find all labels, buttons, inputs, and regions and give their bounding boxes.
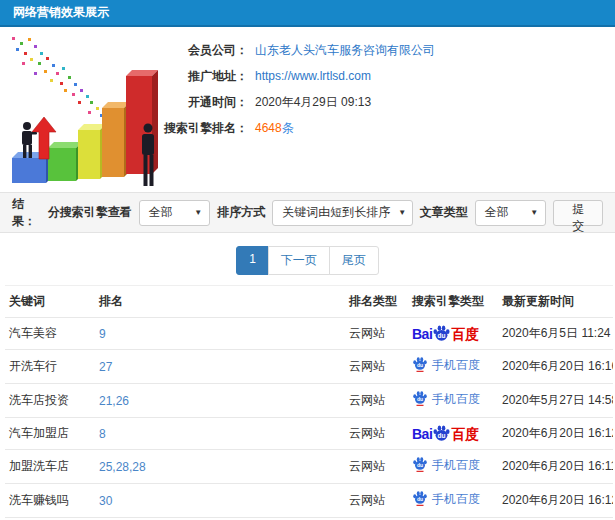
col-header-update-time: 最新更新时间	[498, 286, 613, 318]
engine-cell: Bai du 百度 du	[408, 350, 498, 384]
rank-cell[interactable]: 9	[95, 318, 345, 350]
mobile-baidu-logo: du 手机百度	[412, 357, 480, 373]
rank-type-cell: 云网站	[345, 418, 408, 450]
svg-text:du: du	[417, 362, 423, 368]
ranking-count-unit: 条	[282, 121, 294, 135]
next-page-button[interactable]: 下一页	[268, 246, 330, 275]
result-section-label: 结果：	[12, 196, 48, 230]
baidu-paw-icon: du	[432, 325, 451, 342]
update-time-cell: 2020年6月5日 11:24	[498, 318, 613, 350]
svg-text:du: du	[417, 496, 423, 502]
pagination: 1 下一页 尾页	[0, 233, 615, 285]
engine-cell: Bai du 百度 du	[408, 318, 498, 350]
dropdown-arrow-icon: ▼	[194, 208, 202, 217]
article-type-value: 全部	[485, 204, 509, 221]
engine-filter-select[interactable]: 全部 ▼	[139, 200, 210, 226]
dropdown-arrow-icon: ▼	[398, 208, 406, 217]
article-type-select[interactable]: 全部 ▼	[475, 200, 546, 226]
table-row: 洗车店投资 21,26 云网站 Bai du 百度	[5, 384, 613, 418]
dropdown-arrow-icon: ▼	[530, 208, 538, 217]
col-header-rank-type: 排名类型	[345, 286, 408, 318]
col-header-keyword: 关键词	[5, 286, 95, 318]
page-header: 网络营销效果展示	[0, 0, 615, 27]
rank-cell[interactable]: 25,28,28	[95, 450, 345, 484]
keyword-cell: 加盟洗车店	[5, 450, 95, 484]
article-type-label: 文章类型	[420, 204, 468, 221]
bar-chart-illustration	[0, 31, 170, 191]
page-title: 网络营销效果展示	[13, 5, 109, 19]
keyword-ranking-table: 关键词 排名 排名类型 搜索引擎类型 最新更新时间 汽车美容 9 云网站 Bai…	[5, 285, 613, 520]
table-row: 开洗车行 27 云网站 Bai du 百度	[5, 350, 613, 384]
rank-cell[interactable]: 27	[95, 350, 345, 384]
engine-filter-value: 全部	[149, 204, 173, 221]
baidu-paw-icon: du	[432, 425, 451, 442]
rank-type-cell: 云网站	[345, 484, 408, 518]
rank-type-cell: 云网站	[345, 318, 408, 350]
baidu-logo: Bai du 百度	[412, 425, 479, 442]
bar-yellow	[78, 124, 106, 179]
rank-cell[interactable]: 21,26	[95, 384, 345, 418]
rank-type-cell: 云网站	[345, 384, 408, 418]
baidu-paw-icon: du	[412, 391, 428, 407]
mobile-baidu-logo: du 手机百度	[412, 457, 480, 473]
svg-text:du: du	[417, 396, 423, 402]
bar-orange	[102, 102, 130, 177]
engine-cell: Bai du 百度 du	[408, 418, 498, 450]
sort-filter-label: 排序方式	[217, 204, 265, 221]
keyword-cell: 洗车赚钱吗	[5, 484, 95, 518]
sort-filter-value: 关键词由短到长排序	[282, 204, 390, 221]
table-row: 洗车赚钱吗 30 云网站 Bai du 百度	[5, 484, 613, 518]
confetti-dots	[12, 37, 109, 122]
rank-cell[interactable]: 8	[95, 418, 345, 450]
keyword-cell: 汽车美容	[5, 318, 95, 350]
update-time-cell: 2020年6月20日 16:16	[498, 350, 613, 384]
col-header-engine-type: 搜索引擎类型	[408, 286, 498, 318]
bar-green	[48, 142, 82, 181]
baidu-logo: Bai du 百度	[412, 325, 479, 342]
baidu-paw-icon: du	[412, 357, 428, 373]
svg-text:du: du	[438, 332, 446, 339]
sort-filter-select[interactable]: 关键词由短到长排序 ▼	[272, 200, 413, 226]
promo-url-link[interactable]: https://www.lrtlsd.com	[255, 69, 371, 83]
last-page-button[interactable]: 尾页	[329, 246, 379, 275]
table-row: 汽车加盟店 8 云网站 Bai du 百度	[5, 418, 613, 450]
update-time-cell: 2020年6月20日 16:12	[498, 418, 613, 450]
table-row: 加盟洗车店 25,28,28 云网站 Bai du 百度	[5, 450, 613, 484]
engine-cell: Bai du 百度 du	[408, 484, 498, 518]
mobile-baidu-logo: du 手机百度	[412, 391, 480, 407]
engine-filter-label: 分搜索引擎查看	[48, 204, 132, 221]
filter-bar: 结果： 分搜索引擎查看 全部 ▼ 排序方式 关键词由短到长排序 ▼ 文章类型 全…	[0, 192, 615, 233]
keyword-cell: 洗车店投资	[5, 384, 95, 418]
ranking-count-number: 4648	[255, 121, 282, 135]
table-row: 汽车美容 9 云网站 Bai du 百度	[5, 318, 613, 350]
table-header-row: 关键词 排名 排名类型 搜索引擎类型 最新更新时间	[5, 286, 613, 318]
mobile-baidu-logo: du 手机百度	[412, 491, 480, 507]
engine-cell: Bai du 百度 du	[408, 450, 498, 484]
info-section: 会员公司： 山东老人头汽车服务咨询有限公司 推广地址： https://www.…	[0, 27, 615, 192]
keyword-cell: 汽车加盟店	[5, 418, 95, 450]
baidu-paw-icon: du	[412, 491, 428, 507]
engine-cell: Bai du 百度 du	[408, 384, 498, 418]
update-time-cell: 2020年6月20日 16:11	[498, 450, 613, 484]
submit-button[interactable]: 提交	[553, 200, 603, 226]
update-time-cell: 2020年5月27日 14:58	[498, 384, 613, 418]
svg-text:du: du	[438, 432, 446, 439]
page-1-button[interactable]: 1	[236, 246, 269, 275]
rank-cell[interactable]: 30	[95, 484, 345, 518]
rank-type-cell: 云网站	[345, 350, 408, 384]
update-time-cell: 2020年6月20日 16:12	[498, 484, 613, 518]
rank-type-cell: 云网站	[345, 450, 408, 484]
baidu-paw-icon: du	[412, 457, 428, 473]
keyword-cell: 开洗车行	[5, 350, 95, 384]
open-time-value: 2020年4月29日 09:13	[255, 94, 371, 111]
company-name-link[interactable]: 山东老人头汽车服务咨询有限公司	[255, 43, 435, 57]
col-header-rank: 排名	[95, 286, 345, 318]
svg-text:du: du	[417, 462, 423, 468]
